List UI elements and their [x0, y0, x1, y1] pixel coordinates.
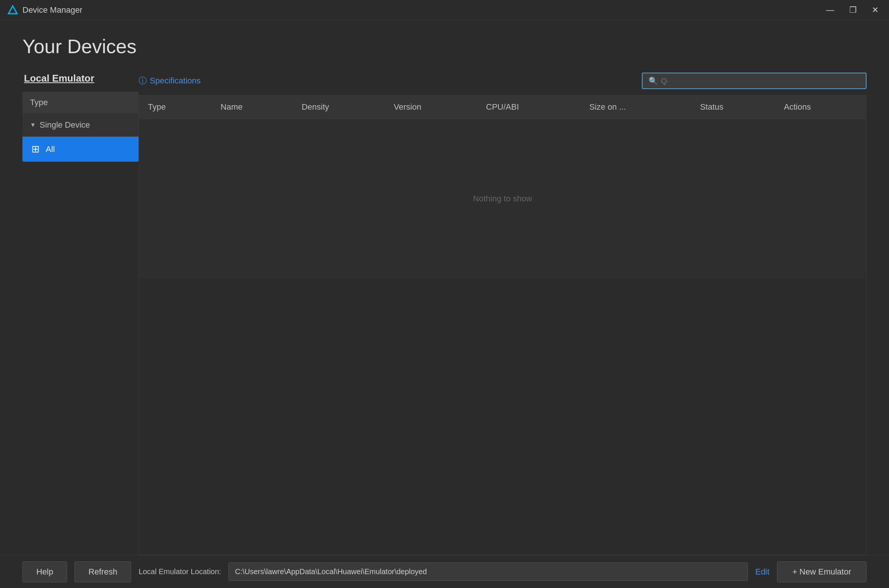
- title-bar-left: Device Manager: [8, 5, 83, 15]
- title-bar-controls: — ❐ ✕: [823, 4, 881, 16]
- devices-table: Type Name Density Version CPU/ABI Size o…: [139, 96, 866, 279]
- panel-header: ⓘ Specifications 🔍: [138, 73, 866, 89]
- sidebar-type-header: Type: [23, 92, 138, 113]
- col-actions: Actions: [775, 96, 866, 119]
- sidebar: Local Emulator Type ▼ Single Device ⊞ Al…: [23, 73, 138, 555]
- empty-row: Nothing to show: [139, 119, 866, 279]
- sidebar-section-title: Local Emulator: [23, 73, 138, 84]
- new-emulator-button[interactable]: + New Emulator: [777, 561, 866, 582]
- app-title: Device Manager: [23, 5, 83, 15]
- search-wrapper: 🔍: [642, 73, 866, 89]
- location-input[interactable]: [228, 562, 748, 581]
- col-cpu-abi: CPU/ABI: [477, 96, 580, 119]
- search-input[interactable]: [661, 77, 860, 86]
- main-content: Your Devices Local Emulator Type ▼ Singl…: [0, 20, 889, 555]
- col-name: Name: [212, 96, 293, 119]
- empty-message: Nothing to show: [139, 119, 866, 279]
- help-button[interactable]: Help: [23, 561, 67, 582]
- chevron-down-icon: ▼: [30, 122, 36, 128]
- search-icon: 🔍: [649, 76, 658, 86]
- refresh-button[interactable]: Refresh: [75, 561, 131, 582]
- title-bar: Device Manager — ❐ ✕: [0, 0, 889, 20]
- right-panel: ⓘ Specifications 🔍 Type Name Density: [138, 73, 866, 555]
- sidebar-group-label: Single Device: [40, 120, 90, 130]
- page-title: Your Devices: [23, 35, 866, 58]
- table-body: Nothing to show: [139, 119, 866, 279]
- content-area: Local Emulator Type ▼ Single Device ⊞ Al…: [23, 73, 866, 555]
- col-density: Density: [293, 96, 384, 119]
- devices-icon: ⊞: [32, 143, 40, 155]
- sidebar-item-all[interactable]: ⊞ All: [23, 136, 138, 162]
- specifications-label: Specifications: [150, 76, 201, 86]
- col-type: Type: [139, 96, 212, 119]
- edit-link[interactable]: Edit: [755, 567, 770, 577]
- col-size: Size on ...: [580, 96, 691, 119]
- close-button[interactable]: ✕: [869, 4, 881, 16]
- sidebar-all-label: All: [46, 144, 55, 154]
- maximize-button[interactable]: ❐: [846, 4, 860, 16]
- location-label: Local Emulator Location:: [138, 567, 221, 576]
- table-header: Type Name Density Version CPU/ABI Size o…: [139, 96, 866, 119]
- specifications-link[interactable]: ⓘ Specifications: [138, 75, 201, 87]
- bottom-bar: Help Refresh Local Emulator Location: Ed…: [0, 555, 889, 588]
- col-version: Version: [385, 96, 477, 119]
- sidebar-group-single-device[interactable]: ▼ Single Device: [23, 113, 138, 136]
- app-logo-icon: [8, 5, 18, 15]
- minimize-button[interactable]: —: [823, 4, 837, 16]
- info-icon: ⓘ: [138, 75, 147, 87]
- col-status: Status: [691, 96, 775, 119]
- table-container: Type Name Density Version CPU/ABI Size o…: [138, 95, 866, 555]
